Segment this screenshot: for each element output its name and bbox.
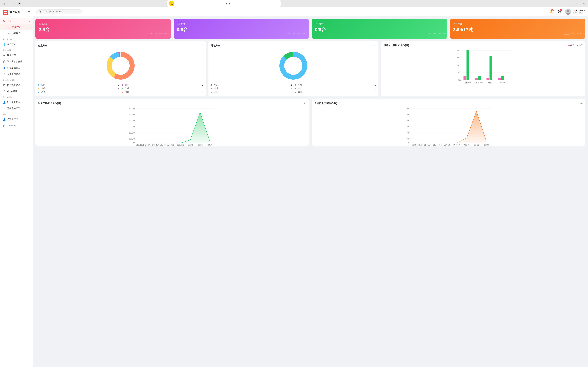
svg-text:建国门: 建国门: [188, 144, 193, 146]
svg-text:建国门: 建国门: [464, 144, 469, 146]
new-tab-btn[interactable]: ＋: [576, 1, 580, 6]
admin-mgmt-label: 管理员管理: [7, 118, 30, 121]
device-online-icon: 📋: [3, 60, 6, 63]
map-view-icon: ○: [7, 32, 10, 35]
bar-batch-count-today: [478, 76, 481, 80]
sidebar-item-device-online[interactable]: 📋 设备上下线管理 ›: [0, 58, 33, 65]
browser-bar: ⊞ ‹ › ☀ .com ⬆ ＋ ⧉: [0, 0, 588, 7]
industry-chart-more[interactable]: ···: [200, 44, 203, 47]
legend-dot-central: [211, 92, 212, 93]
venue-mgmt-arrow: ›: [30, 108, 30, 109]
daily-area-fill: [141, 112, 210, 143]
legend-dot-southwest: [295, 92, 296, 93]
sidebar-item-production-order[interactable]: 💧 生产订单 ›: [0, 41, 33, 48]
user-text: nYuserRoot 超级管理员: [573, 9, 585, 14]
sidebar-item-network-flow[interactable]: ⊞ 网络流量管理 ›: [0, 82, 33, 88]
search-box[interactable]: 🔍: [36, 9, 82, 14]
search-input[interactable]: [43, 10, 79, 13]
sidebar-item-data-stats[interactable]: ○ 数据统计: [0, 24, 33, 30]
bar-upload-client-yesterday: [487, 78, 489, 80]
app-header: 🔍 🔔 1 💬 8: [33, 7, 588, 17]
share-btn[interactable]: ⬆: [570, 1, 574, 6]
legend-label-school: 学校: [41, 87, 45, 90]
section-other: 其他: [0, 112, 33, 116]
sidebar-menu-toggle[interactable]: ☰: [27, 11, 30, 14]
svg-text:3000.00: 3000.00: [406, 126, 412, 128]
svg-point-0: [169, 1, 174, 6]
svg-rect-7: [4, 11, 5, 12]
stat-card-connected: 联网设备 2/8台 ↑: [35, 19, 171, 39]
region-donut-svg: [279, 51, 308, 80]
client-mgmt-arrow: ›: [30, 101, 30, 103]
industry-donut-container: [38, 49, 203, 82]
sidebar-item-device-debug[interactable]: ⚠ 设备调试管理 ›: [0, 71, 33, 77]
legend-val-southwest: 0: [372, 91, 376, 93]
legend-dot-govt: [38, 92, 39, 93]
device-online-arrow: ›: [30, 61, 30, 63]
svg-text:0.00: 0.00: [132, 142, 135, 143]
legend-label-south: 华南: [298, 83, 302, 86]
svg-text:0.00: 0.00: [458, 79, 461, 81]
stat-card-capacity-arrow: ↑: [580, 22, 582, 26]
sidebar-item-device-location[interactable]: 👤 设备定位管理 ›: [0, 65, 33, 71]
section-production: 生产 & 订单: [0, 37, 33, 41]
legend-label-northeast: 东北: [298, 87, 302, 90]
svg-text:威斯订: 威斯订: [484, 144, 489, 146]
chart-row: 行业分布 ···: [35, 41, 585, 96]
monthly-chart-more[interactable]: ···: [580, 101, 583, 105]
stat-card-plc-wave: [426, 31, 446, 37]
stat-card-working: 工作设备 0/8台 ↓: [173, 19, 309, 39]
daily-chart-more[interactable]: ···: [304, 101, 306, 105]
svg-text:国家开发银行: 国家开发银行: [136, 144, 146, 146]
svg-text:宜武门: 宜武门: [474, 144, 479, 146]
sidebar-item-client-mgmt[interactable]: 👤 甲方企业管理 ›: [0, 99, 33, 105]
svg-text:30.00: 30.00: [457, 57, 461, 59]
device-location-label: 设备定位管理: [7, 66, 30, 69]
region-legend: 华东 1 华南 0 华北 7: [211, 83, 376, 94]
region-chart-more[interactable]: ···: [373, 44, 376, 47]
svg-text:上传次数: 上传次数: [499, 82, 506, 83]
legend-east: 华东 1: [211, 83, 292, 86]
sidebar-item-sys-settings[interactable]: 📋 系统设置: [0, 123, 33, 129]
user-info[interactable]: nYuserRoot 超级管理员: [565, 9, 585, 15]
sidebar-item-admin-mgmt[interactable]: 👤 管理员管理 ›: [0, 116, 33, 123]
sidebar-item-map-view[interactable]: ○ 地图展示: [0, 30, 33, 37]
svg-text:北京十五中: 北京十五中: [147, 144, 155, 146]
region-chart-header: 地域分布 ···: [211, 44, 376, 47]
svg-point-23: [284, 57, 302, 75]
sidebar-item-home[interactable]: 🏠 首页 ∨: [0, 18, 33, 24]
svg-text:4000.00: 4000.00: [129, 120, 135, 122]
stat-card-capacity-wave: [564, 31, 584, 37]
data-stats-icon: ○: [8, 25, 11, 29]
svg-text:北京六十六中: 北京六十六中: [156, 144, 166, 146]
back-btn[interactable]: ‹: [7, 2, 11, 6]
dashboard: 联网设备 2/8台 ↑ 工作设备 0/8台 ↓ PLC通讯: [33, 17, 588, 367]
daily-area-container: 6000.00 5000.00 4000.00 3000.00 2000.00 …: [38, 107, 306, 143]
sidebar-toggle-btn[interactable]: ⊞: [2, 2, 6, 6]
message-badge: 8: [560, 9, 562, 11]
region-chart-title: 地域分布: [211, 44, 220, 47]
section-device: 设备 & 维护: [0, 48, 33, 52]
search-icon: 🔍: [39, 10, 41, 13]
svg-point-19: [112, 57, 130, 75]
svg-text:远洋大厦: 远洋大厦: [444, 144, 450, 146]
legend-val-central: 0: [289, 91, 292, 93]
copy-btn[interactable]: ⧉: [581, 1, 586, 6]
bell-notification-btn[interactable]: 🔔 1: [548, 9, 554, 15]
data-stats-label: 数据统计: [12, 26, 30, 29]
device-debug-arrow: ›: [30, 73, 30, 75]
message-notification-btn[interactable]: 💬 8: [557, 9, 562, 15]
sidebar-item-gateway[interactable]: ⊞ 网关管理 ›: [0, 52, 33, 58]
batch-bar-container: 40.00 30.00 20.00 10.00 0.00 打料重量: [384, 49, 583, 85]
batch-chart-panel: 打料及上传甲方/单位(吨) 昨天 今天: [381, 41, 585, 96]
theme-toggle[interactable]: ☀: [17, 2, 21, 6]
sidebar-item-venue-mgmt[interactable]: 🏷 设备场地管理 ›: [0, 105, 33, 112]
monthly-area-container: 6000.00 5000.00 4000.00 3000.00 2000.00 …: [314, 107, 583, 143]
forward-btn[interactable]: ›: [12, 2, 16, 6]
svg-text:威斯订: 威斯订: [208, 144, 212, 146]
svg-text:4000.00: 4000.00: [406, 120, 412, 122]
svg-text:打料重量: 打料重量: [464, 82, 471, 83]
svg-text:1000.00: 1000.00: [406, 138, 412, 140]
sidebar-item-crash[interactable]: ? Crash管理 ›: [0, 88, 33, 94]
svg-rect-8: [5, 11, 7, 12]
